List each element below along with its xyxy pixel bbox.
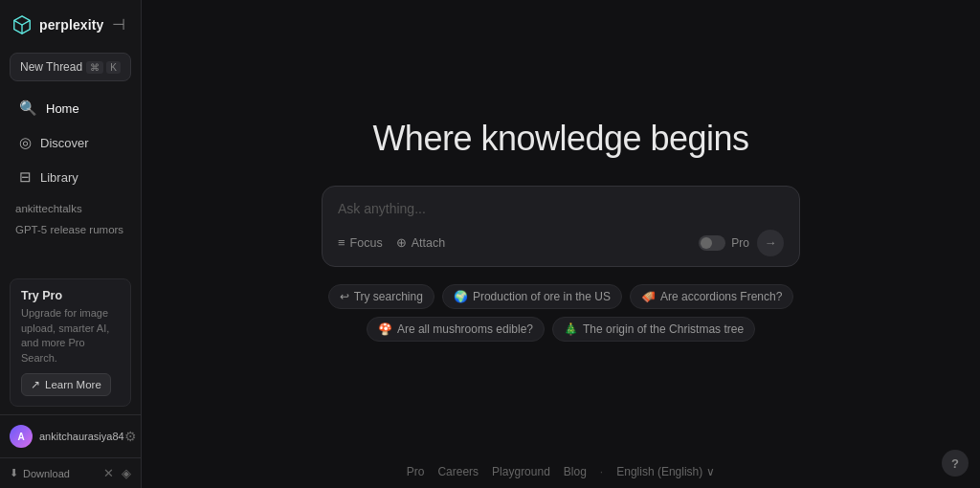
thread-item-1[interactable]: ankittechtalks — [6, 198, 135, 219]
suggestion-accordions[interactable]: 🪗 Are accordions French? — [630, 284, 793, 309]
try-pro-description: Upgrade for image upload, smarter AI, an… — [21, 306, 120, 366]
suggestion-0-label: Try searching — [354, 290, 423, 303]
perplexity-logo-icon — [11, 14, 33, 35]
sidebar-item-library-label: Library — [40, 170, 78, 185]
pro-toggle[interactable]: Pro — [699, 235, 749, 251]
focus-label: Focus — [350, 236, 383, 250]
user-area[interactable]: A ankitchaurasiya84 — [10, 425, 124, 448]
collapse-button[interactable]: ⊣ — [108, 13, 129, 35]
footer-chevron-down-icon: ∨ — [706, 465, 715, 478]
focus-button[interactable]: ≡ Focus — [338, 235, 383, 250]
attach-icon: ⊕ — [396, 235, 407, 250]
sidebar-header: perplexity ⊣ — [0, 0, 141, 49]
sidebar-item-library[interactable]: ⊟ Library — [6, 161, 135, 193]
learn-more-icon: ↗ — [31, 378, 40, 391]
try-pro-title: Try Pro — [21, 289, 120, 302]
suggestion-ore-production[interactable]: 🌍 Production of ore in the US — [442, 284, 622, 309]
avatar: A — [10, 425, 33, 448]
suggestion-4-emoji: 🎄 — [564, 322, 578, 336]
library-icon: ⊟ — [19, 168, 32, 186]
suggestion-4-label: The origin of the Christmas tree — [583, 322, 744, 336]
learn-more-button[interactable]: ↗ Learn More — [21, 373, 111, 396]
suggestions: ↩ Try searching 🌍 Production of ore in t… — [293, 284, 829, 342]
footer-dot: · — [600, 465, 603, 478]
home-icon: 🔍 — [19, 100, 37, 117]
new-thread-label: New Thread — [20, 60, 82, 74]
thread-list: ankittechtalks GPT-5 release rumors — [0, 194, 141, 244]
download-label: Download — [23, 468, 70, 479]
suggestion-3-label: Are all mushrooms edible? — [397, 322, 533, 336]
suggestion-try-searching[interactable]: ↩ Try searching — [328, 284, 434, 309]
sidebar: perplexity ⊣ New Thread ⌘ K 🔍 Home ◎ Dis… — [0, 0, 142, 488]
suggestion-0-emoji: ↩ — [340, 290, 349, 303]
search-input[interactable] — [338, 201, 784, 216]
sidebar-footer: A ankitchaurasiya84 ⚙ — [0, 414, 141, 457]
attach-button[interactable]: ⊕ Attach — [396, 235, 445, 250]
toggle-pill[interactable] — [699, 235, 725, 251]
footer-link-playground[interactable]: Playground — [492, 465, 550, 478]
discord-icon[interactable]: ◈ — [122, 466, 131, 480]
download-button[interactable]: ⬇ Download — [10, 467, 70, 479]
help-button[interactable]: ? — [942, 450, 969, 477]
focus-icon: ≡ — [338, 235, 345, 250]
main-title: Where knowledge begins — [372, 119, 748, 159]
try-pro-box: Try Pro Upgrade for image upload, smarte… — [10, 278, 131, 407]
logo-area: perplexity — [11, 14, 104, 35]
toggle-knob — [701, 237, 712, 249]
footer-link-blog[interactable]: Blog — [564, 465, 587, 478]
send-button[interactable]: → — [757, 230, 784, 256]
settings-icon[interactable]: ⚙ — [124, 429, 137, 444]
new-thread-button[interactable]: New Thread ⌘ K — [10, 53, 131, 81]
thread-item-2[interactable]: GPT-5 release rumors — [6, 219, 135, 240]
x-icon[interactable]: ✕ — [103, 466, 114, 480]
suggestion-2-label: Are accordions French? — [660, 290, 782, 303]
discover-icon: ◎ — [19, 134, 32, 151]
kbd-key: K — [106, 61, 121, 74]
suggestion-1-emoji: 🌍 — [454, 290, 468, 303]
sidebar-item-home-label: Home — [46, 101, 79, 116]
suggestion-1-label: Production of ore in the US — [473, 290, 611, 303]
footer-language[interactable]: English (English) ∨ — [616, 465, 715, 478]
suggestion-mushrooms[interactable]: 🍄 Are all mushrooms edible? — [367, 317, 545, 342]
search-box: ≡ Focus ⊕ Attach Pro → — [322, 186, 800, 267]
footer-language-label: English (English) — [616, 465, 702, 478]
learn-more-label: Learn More — [45, 379, 101, 390]
sidebar-bottom-bar: ⬇ Download ✕ ◈ — [0, 457, 141, 488]
download-icon: ⬇ — [10, 467, 18, 479]
main-footer: Pro Careers Playground Blog · English (E… — [407, 465, 716, 478]
footer-link-pro[interactable]: Pro — [407, 465, 425, 478]
pro-label: Pro — [731, 236, 749, 250]
logo-text: perplexity — [39, 17, 104, 33]
main-content: Where knowledge begins ≡ Focus ⊕ Attach — [142, 0, 980, 488]
footer-link-careers[interactable]: Careers — [437, 465, 479, 478]
suggestion-3-emoji: 🍄 — [378, 322, 392, 336]
send-icon: → — [765, 235, 777, 250]
sidebar-item-home[interactable]: 🔍 Home — [6, 92, 135, 124]
kbd-mod: ⌘ — [86, 61, 103, 74]
attach-label: Attach — [412, 236, 445, 250]
sidebar-item-discover[interactable]: ◎ Discover — [6, 126, 135, 159]
suggestion-christmas-tree[interactable]: 🎄 The origin of the Christmas tree — [552, 317, 755, 342]
username: ankitchaurasiya84 — [39, 431, 124, 442]
suggestion-2-emoji: 🪗 — [641, 290, 656, 303]
sidebar-item-discover-label: Discover — [40, 136, 89, 150]
